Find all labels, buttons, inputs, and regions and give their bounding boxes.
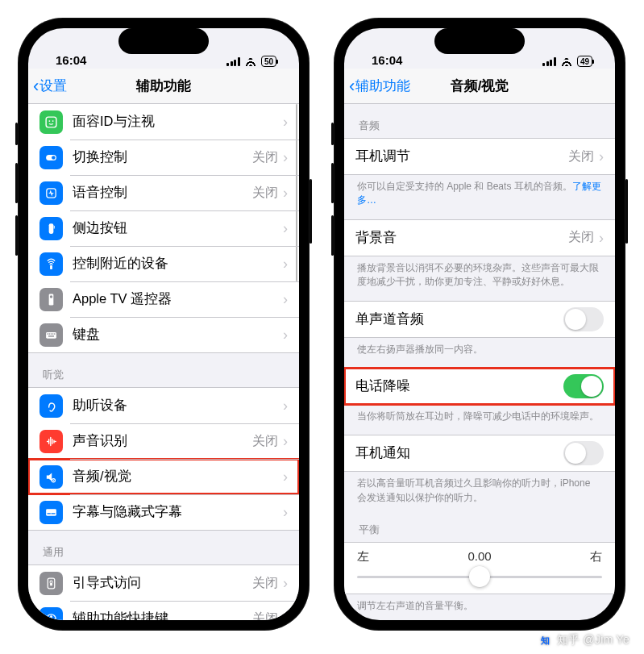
- signal-icon: [226, 57, 240, 66]
- row-label: Apple TV 遥控器: [73, 281, 283, 317]
- svg-point-4: [52, 156, 56, 160]
- row-keyboard[interactable]: 键盘›: [28, 317, 299, 352]
- voice-control-icon: [39, 181, 63, 205]
- switch-control-icon: [39, 146, 63, 169]
- svg-point-1: [48, 120, 50, 122]
- balance-value: 0.00: [369, 549, 590, 564]
- row-label: 切换控制: [73, 140, 252, 175]
- chevron-right-icon: ›: [283, 469, 288, 484]
- row-headphone-notifications[interactable]: 耳机通知: [344, 435, 615, 471]
- balance-left-label: 左: [357, 549, 369, 564]
- chevron-right-icon: ›: [283, 398, 288, 413]
- toggle-mono-audio[interactable]: [563, 307, 604, 331]
- wifi-icon: [560, 56, 573, 66]
- chevron-right-icon: ›: [283, 611, 288, 620]
- toggle-phone-noise-cancel[interactable]: [563, 374, 604, 398]
- slider-knob[interactable]: [469, 566, 490, 587]
- svg-rect-15: [52, 333, 53, 334]
- signal-icon: [542, 57, 556, 66]
- chevron-right-icon: ›: [283, 221, 288, 235]
- row-hearing[interactable]: 助听设备›: [28, 388, 299, 423]
- row-label: 助听设备: [73, 388, 283, 423]
- row-switch-control[interactable]: 切换控制关闭›: [28, 140, 299, 175]
- svg-rect-17: [48, 335, 54, 336]
- row-apple-tv-remote[interactable]: Apple TV 遥控器›: [28, 281, 299, 317]
- chevron-right-icon: ›: [599, 231, 604, 245]
- svg-rect-7: [54, 225, 55, 228]
- row-label: 音频/视觉: [73, 459, 283, 494]
- face-icon: [39, 110, 63, 134]
- svg-rect-13: [49, 333, 50, 334]
- row-value: 关闭: [252, 610, 278, 621]
- settings-scroll[interactable]: 音频 耳机调节 关闭 › 你可以自定受支持的 Apple 和 Beats 耳机的…: [344, 104, 615, 620]
- row-sound-recognition[interactable]: 声音识别关闭›: [28, 423, 299, 459]
- svg-rect-20: [46, 509, 56, 516]
- balance-slider[interactable]: [357, 568, 602, 585]
- row-value: 关闭: [568, 229, 594, 246]
- row-label: 面容ID与注视: [73, 104, 283, 140]
- chevron-right-icon: ›: [283, 256, 288, 271]
- row-value: 关闭: [252, 433, 278, 450]
- row-value: 关闭: [252, 575, 278, 592]
- row-voice-control[interactable]: 语音控制关闭›: [28, 175, 299, 210]
- row-label: 引导式访问: [73, 565, 252, 601]
- section-header-visual: 视觉: [344, 617, 615, 620]
- sound-recognition-icon: [39, 430, 63, 453]
- row-value: 关闭: [252, 149, 278, 166]
- svg-rect-24: [50, 582, 52, 585]
- svg-rect-14: [51, 333, 52, 334]
- status-time: 16:04: [372, 53, 542, 67]
- row-label: 侧边按钮: [73, 210, 283, 246]
- chevron-right-icon: ›: [283, 115, 288, 129]
- row-label: 辅助功能快捷键: [73, 601, 252, 620]
- row-mono-audio[interactable]: 单声道音频: [344, 302, 615, 337]
- toggle-headphone-notifications[interactable]: [563, 441, 604, 465]
- row-label: 控制附近的设备: [73, 246, 283, 281]
- svg-rect-21: [48, 513, 51, 514]
- zhihu-logo-icon: 知: [539, 634, 552, 647]
- row-value: 关闭: [568, 148, 594, 165]
- keyboard-icon: [39, 323, 63, 347]
- row-value: 关闭: [252, 185, 278, 202]
- row-background-sounds[interactable]: 背景音 关闭 ›: [344, 220, 615, 256]
- section-header-audio: 音频: [344, 104, 615, 138]
- svg-rect-6: [49, 223, 54, 234]
- settings-scroll[interactable]: 面容ID与注视›切换控制关闭›语音控制关闭›侧边按钮›控制附近的设备›Apple…: [28, 104, 299, 620]
- row-label: 单声道音频: [355, 302, 563, 337]
- footer-headphone-accom: 你可以自定受支持的 Apple 和 Beats 耳机的音频。了解更多…: [344, 175, 615, 211]
- footer-mono-audio: 使左右扬声器播放同一内容。: [344, 338, 615, 360]
- row-headphone-accommodations[interactable]: 耳机调节 关闭 ›: [344, 139, 615, 174]
- row-label: 背景音: [355, 220, 568, 256]
- row-phone-noise-cancel[interactable]: 电话降噪: [344, 369, 615, 404]
- watermark: 知 知乎 @Jim Ye: [539, 633, 629, 648]
- row-audio-visual[interactable]: 音频/视觉›: [28, 459, 299, 494]
- svg-rect-11: [46, 331, 56, 338]
- chevron-right-icon: ›: [283, 327, 288, 342]
- svg-point-2: [52, 120, 54, 122]
- row-side-button[interactable]: 侧边按钮›: [28, 210, 299, 246]
- side-button-icon: [39, 217, 63, 240]
- row-nearby-control[interactable]: 控制附近的设备›: [28, 246, 299, 281]
- hearing-icon: [39, 394, 63, 418]
- battery-icon: 49: [577, 56, 592, 67]
- audio-visual-icon: [39, 465, 63, 489]
- balance-right-label: 右: [590, 549, 602, 564]
- svg-rect-0: [46, 117, 56, 127]
- chevron-right-icon: ›: [283, 434, 288, 448]
- svg-point-19: [52, 479, 54, 481]
- row-label: 电话降噪: [355, 369, 563, 404]
- footer-balance: 调节左右声道的音量平衡。: [344, 594, 615, 616]
- subtitles-icon: [39, 501, 63, 524]
- row-guided-access[interactable]: 引导式访问关闭›: [28, 565, 299, 601]
- dynamic-island: [434, 28, 525, 54]
- svg-point-10: [50, 295, 52, 298]
- section-header-hearing: 听觉: [28, 353, 299, 387]
- row-label: 字幕与隐藏式字幕: [73, 494, 283, 530]
- row-label: 语音控制: [73, 175, 252, 210]
- row-face[interactable]: 面容ID与注视›: [28, 104, 299, 140]
- row-shortcut[interactable]: 辅助功能快捷键关闭›: [28, 601, 299, 620]
- row-subtitles[interactable]: 字幕与隐藏式字幕›: [28, 494, 299, 530]
- footer-phone-noise: 当你将听筒放在耳边时，降噪可减少电话中的环境噪声。: [344, 405, 615, 427]
- battery-icon: 50: [261, 56, 276, 67]
- chevron-right-icon: ›: [283, 292, 288, 306]
